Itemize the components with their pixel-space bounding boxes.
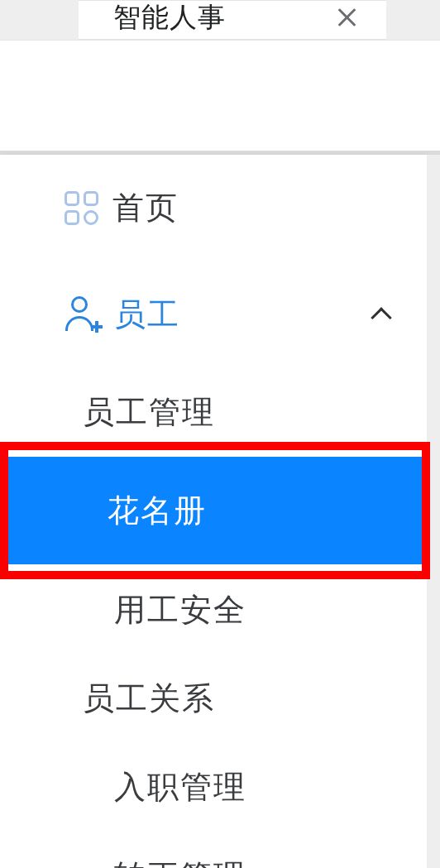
sidebar-item-label: 员工 — [114, 294, 374, 336]
sidebar-item-onboarding[interactable]: 入职管理 — [0, 742, 427, 832]
sidebar-item-relations[interactable]: 员工关系 — [0, 655, 427, 742]
home-icon — [65, 191, 98, 224]
sidebar-item-staff[interactable]: 员工 — [0, 261, 427, 368]
toolbar-area — [0, 40, 440, 151]
chevron-up-icon — [371, 307, 391, 328]
staff-icon — [65, 296, 101, 333]
highlight-border: 花名册 — [0, 442, 430, 579]
sidebar-item-label: 入职管理 — [114, 766, 246, 808]
sidebar-item-roster[interactable]: 花名册 — [8, 457, 422, 564]
header-spacer-right — [386, 0, 440, 40]
sidebar-item-regularization[interactable]: 转正管理 — [0, 832, 427, 868]
tab-smart-hr[interactable]: 智能人事 — [79, 0, 386, 40]
sidebar-item-label: 员工管理 — [83, 391, 215, 434]
tab-title: 智能人事 — [113, 0, 226, 36]
sidebar-item-home[interactable]: 首页 — [0, 155, 427, 261]
sidebar-item-label: 转正管理 — [114, 856, 246, 869]
sidebar-item-label: 花名册 — [108, 490, 207, 532]
close-icon[interactable] — [337, 7, 356, 27]
sidebar-item-roster-highlight: 花名册 — [0, 456, 427, 565]
header-row: 智能人事 — [0, 0, 440, 40]
header-spacer-left — [0, 0, 79, 40]
body: 首页 员工 员工管理 花名册 用工安全 员工关系 入职管理 — [0, 155, 440, 868]
sidebar-item-label: 用工安全 — [114, 589, 246, 631]
sidebar-item-label: 首页 — [112, 187, 179, 229]
sidebar-item-label: 员工关系 — [83, 678, 215, 720]
sidebar: 首页 员工 员工管理 花名册 用工安全 员工关系 入职管理 — [0, 155, 427, 868]
